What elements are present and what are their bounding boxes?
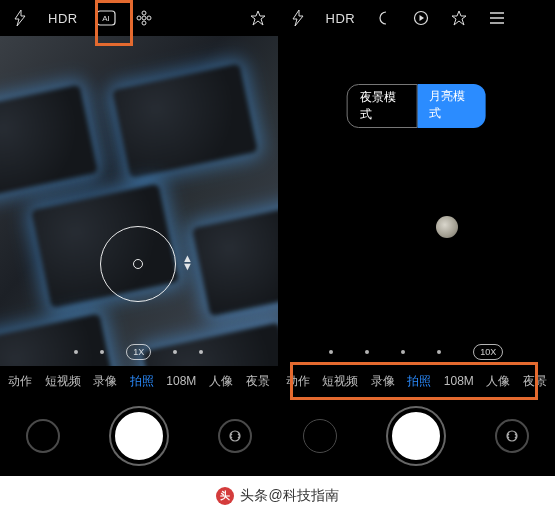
mode-item[interactable]: 动作 [4, 373, 36, 390]
hdr-toggle[interactable]: HDR [48, 11, 78, 26]
svg-point-2 [142, 16, 146, 20]
zoom-dot[interactable] [365, 350, 369, 354]
mode-item[interactable]: 短视频 [318, 373, 362, 390]
switch-camera-button[interactable] [495, 419, 529, 453]
zoom-chip[interactable]: 1X [126, 344, 151, 360]
flash-icon[interactable] [10, 8, 30, 28]
svg-point-3 [142, 11, 146, 15]
pill-night-scene[interactable]: 夜景模式 [347, 84, 417, 128]
viewfinder[interactable]: ▲▼ 1X [0, 36, 278, 366]
svg-text:AI: AI [102, 14, 110, 23]
zoom-dot[interactable] [329, 350, 333, 354]
control-bar [278, 396, 556, 476]
camera-screenshot-left: HDR AI ▲▼ 1X [0, 0, 278, 476]
mode-item-active[interactable]: 拍照 [403, 373, 435, 390]
mode-strip[interactable]: 动作 短视频 录像 拍照 108M 人像 夜景 [278, 366, 556, 396]
zoom-row: 10X [278, 344, 556, 360]
svg-point-4 [142, 21, 146, 25]
zoom-chip[interactable]: 10X [473, 344, 503, 360]
mode-item[interactable]: 108M [440, 374, 478, 388]
top-bar: HDR [278, 0, 556, 36]
attribution-text: 头条@科技指南 [240, 487, 338, 505]
zoom-dot[interactable] [74, 350, 78, 354]
night-mode-pills: 夜景模式 月亮模式 [347, 84, 486, 128]
hdr-toggle[interactable]: HDR [326, 11, 356, 26]
flash-icon[interactable] [288, 8, 308, 28]
filter-icon[interactable] [248, 8, 268, 28]
mode-item[interactable]: 短视频 [41, 373, 85, 390]
gallery-thumbnail[interactable] [26, 419, 60, 453]
mode-item[interactable]: 夜景 [242, 373, 274, 390]
mode-item[interactable]: 108M [162, 374, 200, 388]
play-icon[interactable] [411, 8, 431, 28]
svg-point-5 [137, 16, 141, 20]
zoom-dot[interactable] [401, 350, 405, 354]
moon-icon[interactable] [373, 8, 393, 28]
menu-icon[interactable] [487, 8, 507, 28]
zoom-dot[interactable] [173, 350, 177, 354]
mode-item[interactable]: 人像 [205, 373, 237, 390]
viewfinder[interactable]: 夜景模式 月亮模式 10X [278, 36, 556, 366]
mode-item[interactable]: 夜景 [519, 373, 551, 390]
ai-icon[interactable]: AI [96, 8, 116, 28]
switch-camera-button[interactable] [218, 419, 252, 453]
flower-icon[interactable] [134, 8, 154, 28]
attribution-footer: 头 头条@科技指南 [0, 476, 555, 516]
mode-item[interactable]: 录像 [89, 373, 121, 390]
svg-point-6 [147, 16, 151, 20]
mode-item[interactable]: 人像 [482, 373, 514, 390]
control-bar [0, 396, 278, 476]
top-bar: HDR AI [0, 0, 278, 36]
gallery-thumbnail[interactable] [303, 419, 337, 453]
shutter-button[interactable] [388, 408, 444, 464]
zoom-dot[interactable] [199, 350, 203, 354]
mode-item[interactable]: 动作 [282, 373, 314, 390]
shutter-button[interactable] [111, 408, 167, 464]
moon-subject [436, 216, 458, 238]
zoom-dot[interactable] [437, 350, 441, 354]
exposure-slider-icon[interactable]: ▲▼ [182, 254, 193, 270]
mode-strip[interactable]: 动作 短视频 录像 拍照 108M 人像 夜景 [0, 366, 278, 396]
camera-screenshot-right: HDR 夜景模式 月亮模式 [278, 0, 556, 476]
focus-ring[interactable] [100, 226, 176, 302]
zoom-dot[interactable] [100, 350, 104, 354]
filter-icon[interactable] [449, 8, 469, 28]
zoom-row: 1X [0, 344, 278, 360]
mode-item[interactable]: 录像 [367, 373, 399, 390]
pill-moon-mode[interactable]: 月亮模式 [417, 84, 485, 128]
toutiao-logo-icon: 头 [216, 487, 234, 505]
mode-item-active[interactable]: 拍照 [126, 373, 158, 390]
